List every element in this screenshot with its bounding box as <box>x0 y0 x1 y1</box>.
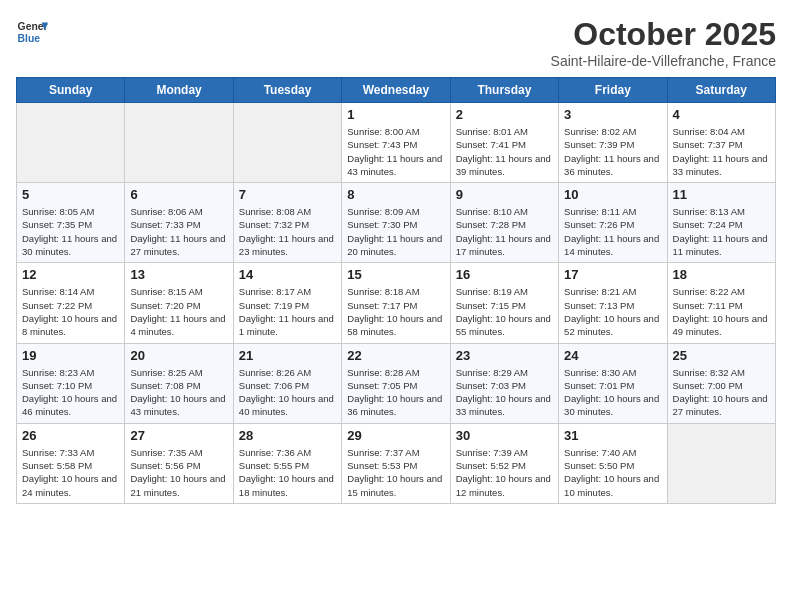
day-info: Sunrise: 7:37 AMSunset: 5:53 PMDaylight:… <box>347 446 444 499</box>
day-number: 16 <box>456 267 553 282</box>
calendar-cell: 25Sunrise: 8:32 AMSunset: 7:00 PMDayligh… <box>667 343 775 423</box>
calendar-week-row: 5Sunrise: 8:05 AMSunset: 7:35 PMDaylight… <box>17 183 776 263</box>
day-number: 28 <box>239 428 336 443</box>
day-info: Sunrise: 8:19 AMSunset: 7:15 PMDaylight:… <box>456 285 553 338</box>
day-number: 15 <box>347 267 444 282</box>
day-info: Sunrise: 8:15 AMSunset: 7:20 PMDaylight:… <box>130 285 227 338</box>
calendar-cell: 19Sunrise: 8:23 AMSunset: 7:10 PMDayligh… <box>17 343 125 423</box>
day-number: 13 <box>130 267 227 282</box>
day-number: 10 <box>564 187 661 202</box>
calendar-body: 1Sunrise: 8:00 AMSunset: 7:43 PMDaylight… <box>17 103 776 504</box>
calendar-cell: 12Sunrise: 8:14 AMSunset: 7:22 PMDayligh… <box>17 263 125 343</box>
weekday-header-cell: Sunday <box>17 78 125 103</box>
day-info: Sunrise: 8:13 AMSunset: 7:24 PMDaylight:… <box>673 205 770 258</box>
day-number: 4 <box>673 107 770 122</box>
day-number: 21 <box>239 348 336 363</box>
day-number: 8 <box>347 187 444 202</box>
weekday-header-cell: Wednesday <box>342 78 450 103</box>
calendar-cell: 11Sunrise: 8:13 AMSunset: 7:24 PMDayligh… <box>667 183 775 263</box>
day-number: 22 <box>347 348 444 363</box>
day-info: Sunrise: 7:35 AMSunset: 5:56 PMDaylight:… <box>130 446 227 499</box>
day-number: 11 <box>673 187 770 202</box>
calendar-cell: 9Sunrise: 8:10 AMSunset: 7:28 PMDaylight… <box>450 183 558 263</box>
day-number: 27 <box>130 428 227 443</box>
location-title: Saint-Hilaire-de-Villefranche, France <box>551 53 776 69</box>
calendar-cell: 7Sunrise: 8:08 AMSunset: 7:32 PMDaylight… <box>233 183 341 263</box>
calendar-week-row: 26Sunrise: 7:33 AMSunset: 5:58 PMDayligh… <box>17 423 776 503</box>
day-number: 17 <box>564 267 661 282</box>
calendar-cell: 2Sunrise: 8:01 AMSunset: 7:41 PMDaylight… <box>450 103 558 183</box>
day-info: Sunrise: 8:09 AMSunset: 7:30 PMDaylight:… <box>347 205 444 258</box>
day-number: 19 <box>22 348 119 363</box>
month-title: October 2025 <box>551 16 776 53</box>
weekday-header-cell: Monday <box>125 78 233 103</box>
day-info: Sunrise: 7:36 AMSunset: 5:55 PMDaylight:… <box>239 446 336 499</box>
day-info: Sunrise: 8:11 AMSunset: 7:26 PMDaylight:… <box>564 205 661 258</box>
day-info: Sunrise: 8:17 AMSunset: 7:19 PMDaylight:… <box>239 285 336 338</box>
day-info: Sunrise: 8:05 AMSunset: 7:35 PMDaylight:… <box>22 205 119 258</box>
day-info: Sunrise: 8:00 AMSunset: 7:43 PMDaylight:… <box>347 125 444 178</box>
calendar-cell: 3Sunrise: 8:02 AMSunset: 7:39 PMDaylight… <box>559 103 667 183</box>
logo: General Blue <box>16 16 48 48</box>
day-info: Sunrise: 8:04 AMSunset: 7:37 PMDaylight:… <box>673 125 770 178</box>
weekday-header-row: SundayMondayTuesdayWednesdayThursdayFrid… <box>17 78 776 103</box>
day-info: Sunrise: 8:25 AMSunset: 7:08 PMDaylight:… <box>130 366 227 419</box>
calendar-cell: 23Sunrise: 8:29 AMSunset: 7:03 PMDayligh… <box>450 343 558 423</box>
weekday-header-cell: Saturday <box>667 78 775 103</box>
logo-icon: General Blue <box>16 16 48 48</box>
day-info: Sunrise: 8:10 AMSunset: 7:28 PMDaylight:… <box>456 205 553 258</box>
calendar-cell: 24Sunrise: 8:30 AMSunset: 7:01 PMDayligh… <box>559 343 667 423</box>
day-info: Sunrise: 8:14 AMSunset: 7:22 PMDaylight:… <box>22 285 119 338</box>
calendar-cell: 1Sunrise: 8:00 AMSunset: 7:43 PMDaylight… <box>342 103 450 183</box>
calendar-cell: 5Sunrise: 8:05 AMSunset: 7:35 PMDaylight… <box>17 183 125 263</box>
calendar-cell: 26Sunrise: 7:33 AMSunset: 5:58 PMDayligh… <box>17 423 125 503</box>
calendar-cell: 22Sunrise: 8:28 AMSunset: 7:05 PMDayligh… <box>342 343 450 423</box>
day-info: Sunrise: 8:18 AMSunset: 7:17 PMDaylight:… <box>347 285 444 338</box>
day-number: 14 <box>239 267 336 282</box>
day-number: 6 <box>130 187 227 202</box>
title-area: October 2025 Saint-Hilaire-de-Villefranc… <box>551 16 776 69</box>
day-info: Sunrise: 8:21 AMSunset: 7:13 PMDaylight:… <box>564 285 661 338</box>
day-info: Sunrise: 8:08 AMSunset: 7:32 PMDaylight:… <box>239 205 336 258</box>
calendar-cell: 30Sunrise: 7:39 AMSunset: 5:52 PMDayligh… <box>450 423 558 503</box>
day-info: Sunrise: 7:33 AMSunset: 5:58 PMDaylight:… <box>22 446 119 499</box>
day-info: Sunrise: 8:01 AMSunset: 7:41 PMDaylight:… <box>456 125 553 178</box>
day-number: 3 <box>564 107 661 122</box>
calendar-cell <box>667 423 775 503</box>
svg-text:Blue: Blue <box>18 33 41 44</box>
calendar-cell: 20Sunrise: 8:25 AMSunset: 7:08 PMDayligh… <box>125 343 233 423</box>
calendar-cell: 16Sunrise: 8:19 AMSunset: 7:15 PMDayligh… <box>450 263 558 343</box>
day-info: Sunrise: 7:39 AMSunset: 5:52 PMDaylight:… <box>456 446 553 499</box>
day-info: Sunrise: 8:26 AMSunset: 7:06 PMDaylight:… <box>239 366 336 419</box>
day-number: 25 <box>673 348 770 363</box>
calendar-table: SundayMondayTuesdayWednesdayThursdayFrid… <box>16 77 776 504</box>
day-number: 31 <box>564 428 661 443</box>
calendar-cell: 29Sunrise: 7:37 AMSunset: 5:53 PMDayligh… <box>342 423 450 503</box>
calendar-week-row: 1Sunrise: 8:00 AMSunset: 7:43 PMDaylight… <box>17 103 776 183</box>
day-info: Sunrise: 8:02 AMSunset: 7:39 PMDaylight:… <box>564 125 661 178</box>
calendar-cell <box>233 103 341 183</box>
day-number: 18 <box>673 267 770 282</box>
day-number: 1 <box>347 107 444 122</box>
calendar-cell: 6Sunrise: 8:06 AMSunset: 7:33 PMDaylight… <box>125 183 233 263</box>
day-number: 30 <box>456 428 553 443</box>
calendar-cell: 17Sunrise: 8:21 AMSunset: 7:13 PMDayligh… <box>559 263 667 343</box>
calendar-cell: 31Sunrise: 7:40 AMSunset: 5:50 PMDayligh… <box>559 423 667 503</box>
day-number: 24 <box>564 348 661 363</box>
calendar-cell: 13Sunrise: 8:15 AMSunset: 7:20 PMDayligh… <box>125 263 233 343</box>
calendar-cell: 15Sunrise: 8:18 AMSunset: 7:17 PMDayligh… <box>342 263 450 343</box>
day-number: 2 <box>456 107 553 122</box>
day-info: Sunrise: 8:30 AMSunset: 7:01 PMDaylight:… <box>564 366 661 419</box>
weekday-header-cell: Tuesday <box>233 78 341 103</box>
day-number: 26 <box>22 428 119 443</box>
day-number: 29 <box>347 428 444 443</box>
calendar-week-row: 12Sunrise: 8:14 AMSunset: 7:22 PMDayligh… <box>17 263 776 343</box>
calendar-week-row: 19Sunrise: 8:23 AMSunset: 7:10 PMDayligh… <box>17 343 776 423</box>
day-number: 7 <box>239 187 336 202</box>
day-info: Sunrise: 7:40 AMSunset: 5:50 PMDaylight:… <box>564 446 661 499</box>
day-number: 20 <box>130 348 227 363</box>
calendar-cell: 28Sunrise: 7:36 AMSunset: 5:55 PMDayligh… <box>233 423 341 503</box>
calendar-cell: 10Sunrise: 8:11 AMSunset: 7:26 PMDayligh… <box>559 183 667 263</box>
calendar-cell <box>125 103 233 183</box>
day-info: Sunrise: 8:29 AMSunset: 7:03 PMDaylight:… <box>456 366 553 419</box>
